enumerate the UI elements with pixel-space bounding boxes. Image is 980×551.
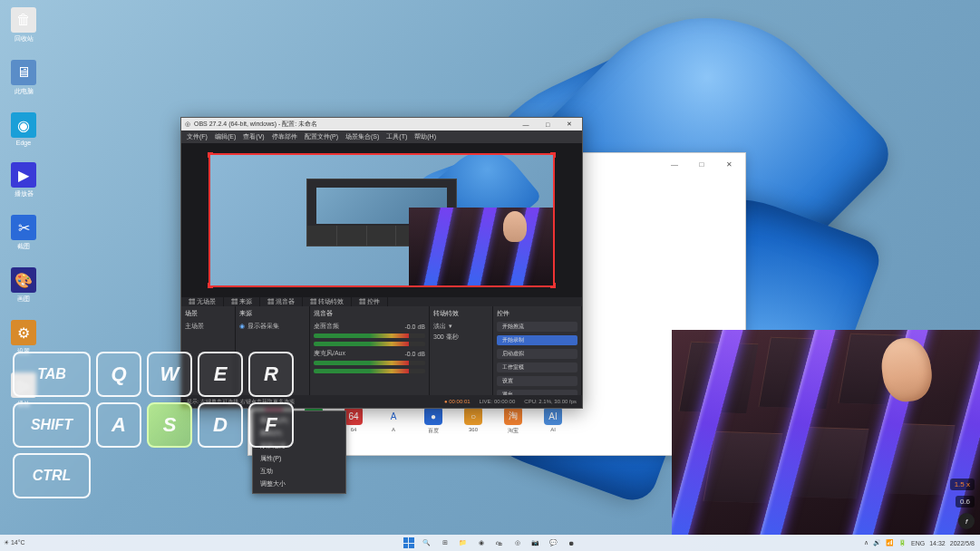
desktop-icon[interactable]: 🖥此电脑 (4, 60, 44, 96)
control-button[interactable]: 开始推流 (497, 322, 577, 332)
audio-meter (314, 342, 425, 346)
taskbar-files-icon[interactable]: 📁 (457, 536, 470, 549)
desktop-icon[interactable]: ⚙设置 (4, 320, 44, 356)
obs-titlebar[interactable]: ◎ OBS 27.2.4 (64-bit, windows) - 配置: 未命名… (181, 118, 582, 130)
taskbar-obs-icon[interactable]: ◎ (511, 536, 524, 549)
app-shortcut[interactable]: AIAI (544, 407, 562, 435)
taskbar-cam-icon[interactable]: 📷 (529, 536, 542, 549)
tray-item[interactable]: 🔊 (873, 539, 881, 546)
taskbar[interactable]: ☀ 14°C 🔍⊞📁◉🛍◎📷💬⏺ ∧🔊📶🔋ENG14:322022/5/8 (0, 535, 980, 551)
audio-meter (314, 369, 425, 373)
visibility-icon[interactable]: ◉ (239, 323, 245, 330)
source-item[interactable]: ◉显示器采集 (239, 322, 306, 331)
max-button[interactable]: □ (689, 160, 714, 169)
rec-indicator[interactable]: ● 00:00:01 (444, 399, 471, 404)
taskbar-left[interactable]: ☀ 14°C (0, 539, 25, 546)
min-button[interactable]: — (517, 121, 535, 128)
app-shortcut[interactable]: ○360 (464, 407, 482, 435)
taskbar-search-icon[interactable]: 🔍 (421, 536, 433, 549)
tray-item[interactable]: 14:32 (929, 540, 946, 546)
taskbar-edge-icon[interactable]: ◉ (475, 536, 488, 549)
tray-item[interactable]: 2022/5/8 (950, 540, 975, 546)
key-e: E (198, 352, 243, 397)
taskbar-task-icon[interactable]: ⊞ (439, 536, 451, 549)
menu-item[interactable]: 工具(T) (386, 132, 407, 141)
close-button[interactable]: ✕ (716, 160, 742, 169)
taskbar-store-icon[interactable]: 🛍 (493, 536, 506, 549)
scene-item[interactable]: 主场景 (185, 322, 231, 331)
audio-meter (314, 334, 425, 338)
system-tray[interactable]: ∧🔊📶🔋ENG14:322022/5/8 (864, 539, 980, 546)
key-tab: TAB (13, 352, 91, 397)
panel-tab[interactable]: ▦ 控件 (352, 297, 388, 306)
key-w: W (147, 352, 192, 397)
app-shortcut[interactable]: AA (384, 407, 403, 435)
panel-tab[interactable]: ▦ 来源 (224, 297, 260, 306)
preview-camera (409, 208, 553, 286)
desktop-icon[interactable]: ▶播放器 (4, 162, 44, 198)
obs-title-text: OBS 27.2.4 (64-bit, windows) - 配置: 未命名 (194, 120, 317, 129)
transitions-panel[interactable]: 转场特效 淡出 ▾ 300 毫秒 (430, 306, 493, 404)
aperture-badge[interactable]: f (958, 513, 975, 529)
audio-meter (314, 361, 425, 365)
app-shortcut[interactable]: 6464 (344, 407, 363, 435)
obs-menubar: 文件(F)编辑(E)查看(V)停靠部件配置文件(P)场景集合(S)工具(T)帮助… (181, 130, 582, 143)
tray-item[interactable]: 🔋 (898, 539, 907, 546)
control-button[interactable]: 工作室模 (497, 362, 577, 372)
min-button[interactable]: — (662, 160, 687, 169)
obs-preview[interactable] (181, 143, 582, 297)
panel-tab[interactable]: ▦ 转场特效 (303, 297, 352, 306)
taskbar-win-icon[interactable] (403, 536, 415, 549)
transition-select[interactable]: 淡出 ▾ (433, 322, 489, 331)
menu-item[interactable]: 文件(F) (187, 132, 208, 141)
key-d: D (198, 402, 243, 448)
menu-item[interactable]: 配置文件(P) (305, 132, 338, 141)
key-ctrl: CTRL (13, 453, 91, 498)
max-button[interactable]: □ (539, 121, 557, 128)
camera-overlay: 1.5 x 0.6 f (672, 330, 980, 535)
panel-tab[interactable]: ▦ 无场景 (181, 297, 224, 306)
key-a: A (96, 402, 141, 448)
key-q: Q (96, 352, 141, 397)
preview-selection[interactable] (209, 154, 554, 286)
zoom-badge[interactable]: 1.5 x (950, 478, 975, 490)
app-shortcut[interactable]: ●百度 (424, 407, 442, 435)
menu-item[interactable]: 停靠部件 (272, 132, 297, 141)
controls-panel: 控件 开始推流开始录制启动虚拟工作室模设置退出 (493, 306, 582, 404)
keyboard-overlay: TABQWERSHIFTASDFCTRL (13, 352, 294, 498)
control-button[interactable]: 启动虚拟 (497, 349, 577, 359)
app-shortcut[interactable]: 淘淘宝 (504, 407, 522, 435)
preview-content (210, 155, 553, 285)
desktop-icons: 🗑回收站🖥此电脑◉Edge▶播放器✂截图🎨画图⚙设置▷播放 (4, 7, 44, 409)
tray-item[interactable]: ∧ (864, 539, 868, 546)
menu-item[interactable]: 编辑(E) (215, 132, 236, 141)
mixer-panel[interactable]: 混音器 桌面音频-0.0 dB 麦克风/Aux-0.0 dB (310, 306, 430, 404)
close-button[interactable]: ✕ (560, 121, 578, 128)
key-f: F (248, 402, 294, 448)
panel-tab[interactable]: ▦ 混音器 (260, 297, 303, 306)
key-shift: SHIFT (13, 402, 91, 448)
control-button[interactable]: 开始录制 (497, 335, 577, 345)
desktop-icon[interactable]: ✂截图 (4, 215, 44, 251)
key-r: R (248, 352, 294, 397)
menu-item[interactable]: 查看(V) (243, 132, 264, 141)
desktop-icon[interactable]: 🎨画图 (4, 267, 44, 304)
desktop-icon[interactable]: 🗑回收站 (4, 7, 44, 44)
desktop-icon[interactable]: ◉Edge (4, 112, 44, 146)
taskbar-rec-icon[interactable]: ⏺ (566, 536, 578, 549)
taskbar-chat-icon[interactable]: 💬 (548, 536, 560, 549)
taskbar-center: 🔍⊞📁◉🛍◎📷💬⏺ (403, 536, 578, 549)
live-indicator: LIVE: 00:00:00 (480, 399, 516, 404)
camera-hud: 1.5 x 0.6 f (950, 478, 975, 529)
tray-item[interactable]: ENG (911, 540, 925, 546)
key-s: S (147, 402, 192, 448)
obs-icon: ◎ (185, 121, 190, 128)
control-button[interactable]: 设置 (497, 376, 577, 386)
menu-item[interactable]: 帮助(H) (414, 132, 436, 141)
zoom-badge[interactable]: 0.6 (956, 496, 975, 508)
menu-item[interactable]: 场景集合(S) (345, 132, 379, 141)
duration-input[interactable]: 300 毫秒 (433, 333, 489, 342)
tray-item[interactable]: 📶 (886, 539, 894, 546)
cpu-indicator: CPU: 2.1%, 30.00 fps (524, 399, 577, 404)
